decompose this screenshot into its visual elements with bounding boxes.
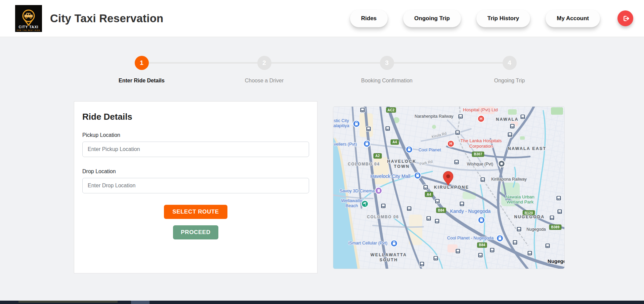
train-icon	[423, 185, 428, 190]
footer-bar	[0, 301, 644, 304]
route-badge-ac2: AC2	[386, 108, 396, 113]
map-label: vellers (Pvt)	[334, 142, 357, 147]
svg-text:B84: B84	[479, 243, 485, 247]
shop-icon	[478, 217, 485, 223]
train-icon	[366, 126, 371, 131]
svg-text:B84: B84	[438, 208, 444, 212]
nav-button-my-account[interactable]: My Account	[546, 10, 600, 27]
page-title: City Taxi Reservation	[50, 12, 163, 25]
train-icon	[458, 114, 463, 119]
step-1: 1Enter Ride Details	[80, 56, 203, 84]
logout-button[interactable]	[617, 10, 633, 26]
route-badge-b389: B389	[549, 225, 561, 230]
map-label: Kandy - Nugegoda	[450, 208, 491, 214]
map-label: Narahenpita Railway	[415, 114, 454, 119]
map-canvas[interactable]: AC2A4A2B307A4B84B84B120B389 HH stic City…	[333, 107, 564, 269]
train-icon	[454, 159, 459, 164]
train-icon	[381, 203, 386, 208]
train-icon	[435, 199, 440, 204]
svg-text:H: H	[449, 142, 452, 146]
train-icon	[556, 196, 561, 201]
map-label: KIRULAPONE	[434, 185, 469, 190]
step-circle-3: 3	[380, 56, 394, 70]
map-label: iSmart Cellular (Pvt)	[348, 240, 387, 245]
nav-button-trip-history[interactable]: Trip History	[476, 10, 530, 27]
logout-icon	[621, 14, 630, 23]
drop-location-label: Drop Location	[82, 168, 309, 175]
train-icon	[407, 206, 412, 211]
train-icon	[456, 249, 461, 254]
svg-text:B307: B307	[474, 152, 482, 156]
svg-text:H: H	[480, 117, 482, 121]
route-badge-a4: A4	[425, 192, 433, 197]
train-icon	[360, 108, 365, 113]
train-icon	[550, 215, 555, 220]
train-icon	[426, 216, 431, 221]
step-circle-1: 1	[135, 56, 149, 70]
booking-stepper: 1Enter Ride Details2Choose a Driver3Book…	[80, 56, 571, 84]
map-label: NAWALA EAST	[508, 146, 547, 151]
svg-text:A4: A4	[392, 140, 397, 144]
shop-icon	[497, 235, 503, 242]
step-circle-4: 4	[503, 56, 517, 70]
train-icon	[545, 243, 550, 248]
hospital-icon: H	[447, 140, 454, 147]
train-icon	[455, 130, 460, 135]
step-4: 4Ongoing Trip	[448, 56, 571, 84]
map-label: COLOMBO 06	[367, 215, 399, 219]
svg-text:A2: A2	[375, 154, 380, 158]
footer-segment	[18, 301, 118, 303]
map-label: NUGEGODA	[514, 215, 545, 219]
route-badge-b84: B84	[477, 242, 487, 248]
step-label-2: Choose a Driver	[245, 78, 284, 84]
train-icon	[557, 209, 562, 214]
select-route-button[interactable]: SELECT ROUTE	[164, 205, 227, 219]
train-icon	[478, 253, 483, 258]
step-2: 2Choose a Driver	[203, 56, 326, 84]
ride-details-card: Ride Details Pickup Location Drop Locati…	[74, 101, 317, 273]
train-icon	[460, 201, 465, 206]
pickup-location-input[interactable]	[82, 142, 309, 157]
train-icon	[480, 177, 485, 182]
train-icon	[433, 256, 438, 261]
cinema-icon	[375, 187, 382, 194]
app-window: CITY TAXI FOR THE BEST RIDE City Taxi Re…	[0, 0, 644, 304]
map-label: Nawala UrbanWetland Park	[506, 194, 534, 204]
map-label: Savoy 3D Cinema	[340, 188, 375, 193]
route-badge-b307: B307	[472, 152, 484, 157]
footer-segment	[131, 301, 149, 304]
train-icon	[435, 219, 440, 224]
shop-icon	[406, 146, 413, 153]
svg-text:B389: B389	[551, 225, 559, 229]
svg-text:A4: A4	[427, 193, 431, 196]
train-icon	[527, 251, 532, 256]
svg-text:B120: B120	[524, 211, 533, 215]
route-badge-a4: A4	[391, 140, 399, 145]
proceed-button[interactable]: PROCEED	[173, 225, 218, 239]
city-taxi-logo: CITY TAXI FOR THE BEST RIDE	[15, 5, 42, 32]
map-label: Havelock City Mall	[370, 174, 410, 179]
map-panel[interactable]: AC2A4A2B307A4B84B84B120B389 HH stic City…	[333, 107, 564, 269]
map-label: Wishque (Pvt)	[467, 162, 493, 166]
train-icon	[520, 114, 525, 119]
nav-button-ongoing-trip[interactable]: Ongoing Trip	[403, 10, 461, 27]
svg-text:CITY TAXI: CITY TAXI	[19, 25, 39, 29]
train-icon	[420, 261, 425, 266]
drop-location-input[interactable]	[82, 178, 309, 193]
card-title: Ride Details	[82, 112, 309, 122]
train-icon	[517, 227, 522, 232]
nav-button-rides[interactable]: Rides	[350, 10, 388, 27]
map-label: COLOMBO 04	[348, 162, 380, 166]
pickup-location-label: Pickup Location	[82, 132, 309, 138]
map-label: Kirillapona Railway	[491, 177, 527, 182]
step-label-1: Enter Ride Details	[119, 78, 165, 84]
map-label: Cool Planet	[418, 147, 441, 152]
train-icon	[513, 240, 518, 245]
map-label: NAWALA	[496, 117, 518, 122]
route-badge-a2: A2	[374, 153, 382, 158]
map-label: Nugegoda	[526, 227, 546, 232]
route-badge-b84: B84	[436, 208, 446, 213]
beach-icon	[361, 200, 368, 207]
map-label: Nugego	[548, 258, 564, 264]
hospital-icon: H	[478, 115, 484, 122]
